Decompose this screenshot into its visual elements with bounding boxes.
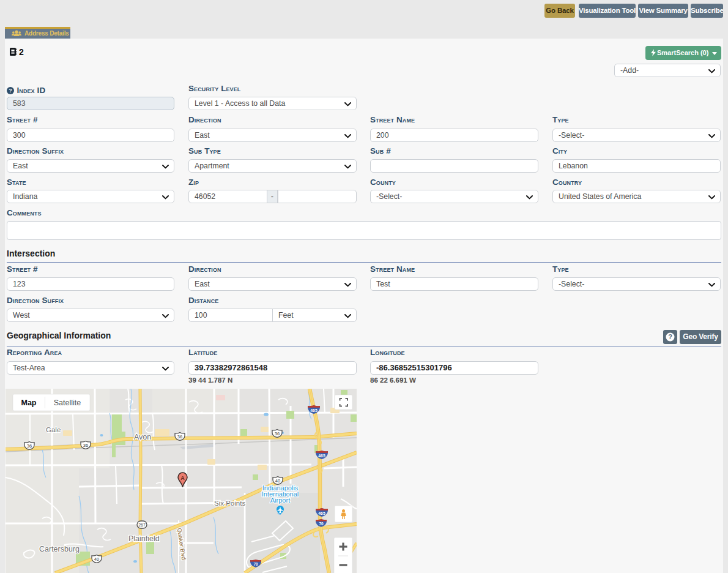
- svg-text:Six Points: Six Points: [214, 500, 245, 507]
- svg-text:36: 36: [27, 443, 32, 449]
- svg-text:?: ?: [9, 88, 12, 94]
- svg-text:465: 465: [310, 408, 318, 413]
- svg-text:36: 36: [177, 434, 182, 440]
- svg-text:?: ?: [668, 333, 672, 340]
- svg-text:36: 36: [275, 431, 280, 436]
- svg-text:267: 267: [138, 523, 146, 527]
- svg-text:70: 70: [319, 522, 324, 526]
- svg-text:36: 36: [83, 443, 88, 448]
- svg-text:Cartersburg: Cartersburg: [39, 545, 80, 553]
- svg-text:A: A: [180, 475, 185, 481]
- svg-text:Gale: Gale: [46, 426, 61, 433]
- svg-text:40: 40: [94, 556, 99, 562]
- svg-text:Airport: Airport: [270, 496, 290, 504]
- svg-text:Satellite: Satellite: [54, 399, 81, 407]
- svg-text:Avon: Avon: [134, 433, 151, 441]
- svg-text:Plainfield: Plainfield: [128, 534, 160, 543]
- svg-text:Map: Map: [21, 399, 37, 407]
- svg-text:40: 40: [275, 478, 280, 484]
